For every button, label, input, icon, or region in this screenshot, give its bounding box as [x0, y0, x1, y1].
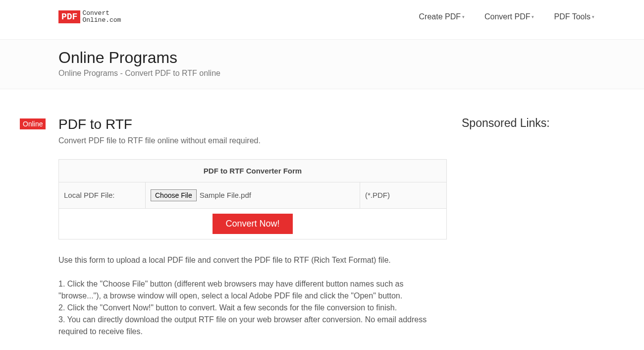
- logo-badge: PDF: [58, 10, 80, 23]
- main-column: PDF to RTF Convert PDF file to RTF file …: [58, 117, 447, 350]
- main-nav: Create PDF▾ Convert PDF▾ PDF Tools▾: [419, 12, 594, 21]
- nav-pdf-tools[interactable]: PDF Tools▾: [554, 12, 594, 21]
- page-subtitle: Online Programs - Convert PDF to RTF onl…: [58, 69, 586, 78]
- title-section: Online Programs Online Programs - Conver…: [0, 39, 644, 89]
- page-title: Online Programs: [58, 49, 586, 67]
- nav-create-pdf[interactable]: Create PDF▾: [419, 12, 465, 21]
- section-subtitle: Convert PDF file to RTF file online with…: [58, 136, 447, 145]
- file-input-cell: Choose File Sample File.pdf: [146, 182, 360, 208]
- form-header: PDF to RTF Converter Form: [59, 159, 447, 182]
- intro-text: Use this form to upload a local PDF file…: [58, 254, 447, 266]
- online-badge: Online: [20, 118, 46, 129]
- sponsored-links-title: Sponsored Links:: [462, 117, 586, 130]
- logo-text: ConvertOnline.com: [82, 10, 121, 24]
- chevron-down-icon: ▾: [462, 14, 465, 19]
- nav-convert-pdf[interactable]: Convert PDF▾: [484, 12, 534, 21]
- file-extension-hint: (*.PDF): [360, 182, 447, 208]
- converter-form: PDF to RTF Converter Form Local PDF File…: [58, 159, 447, 239]
- chevron-down-icon: ▾: [592, 14, 594, 19]
- selected-file-name: Sample File.pdf: [200, 191, 251, 199]
- convert-now-button[interactable]: Convert Now!: [213, 214, 292, 234]
- steps-text: 1. Click the "Choose File" button (diffe…: [58, 278, 447, 338]
- section-title: PDF to RTF: [58, 117, 447, 132]
- logo[interactable]: PDF ConvertOnline.com: [58, 10, 121, 24]
- choose-file-button[interactable]: Choose File: [151, 189, 197, 201]
- sidebar-column: Sponsored Links:: [462, 117, 586, 350]
- label-local-file: Local PDF File:: [59, 182, 146, 208]
- chevron-down-icon: ▾: [532, 14, 534, 19]
